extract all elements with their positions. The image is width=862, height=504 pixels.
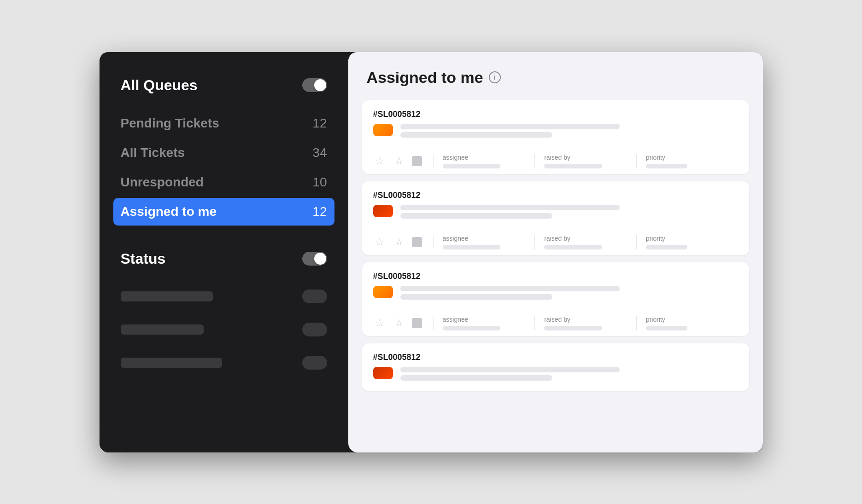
checkbox-icon[interactable] xyxy=(412,156,422,166)
skeleton-line xyxy=(400,213,552,219)
ticket-card[interactable]: #SL0005812 ☆ ☆ xyxy=(362,100,749,174)
assignee-label: assignee xyxy=(443,316,526,323)
ticket-actions: ☆ ☆ xyxy=(373,236,434,249)
all-queues-toggle[interactable] xyxy=(302,78,327,92)
raised-by-label: raised by xyxy=(544,316,627,323)
sidebar-item-assigned[interactable]: Assigned to me 12 xyxy=(113,198,334,226)
skeleton-line xyxy=(400,375,552,381)
tickets-list: #SL0005812 ☆ ☆ xyxy=(348,96,763,452)
meta-assignee: assignee xyxy=(434,235,535,249)
ticket-tag xyxy=(373,367,393,379)
skeleton-line xyxy=(400,286,620,291)
status-toggle-1[interactable] xyxy=(302,290,327,303)
sidebar-nav: Pending Tickets 12 All Tickets 34 Unresp… xyxy=(113,110,334,226)
sidebar: All Queues Pending Tickets 12 All Ticket… xyxy=(100,52,348,452)
skeleton-line xyxy=(400,367,620,372)
status-item-1 xyxy=(113,283,334,310)
ticket-card[interactable]: #SL0005812 ☆ ☆ xyxy=(362,181,749,255)
ticket-card[interactable]: #SL0005812 xyxy=(362,343,749,391)
raised-by-value xyxy=(544,164,602,168)
assignee-value xyxy=(443,164,501,168)
ticket-id: #SL0005812 xyxy=(373,353,738,362)
sidebar-item-unresponded[interactable]: Unresponded 10 xyxy=(113,168,334,196)
sidebar-item-pending[interactable]: Pending Tickets 12 xyxy=(113,110,334,137)
sidebar-item-unresponded-label: Unresponded xyxy=(121,175,204,190)
ticket-tag xyxy=(373,205,393,217)
assignee-label: assignee xyxy=(443,154,526,161)
star-filled-icon[interactable]: ☆ xyxy=(393,155,405,168)
checkbox-icon[interactable] xyxy=(412,318,422,328)
star-empty-icon[interactable]: ☆ xyxy=(373,155,386,168)
status-bar-2 xyxy=(121,324,204,335)
raised-by-value xyxy=(544,326,602,330)
main-content: Assigned to me i #SL0005812 xyxy=(348,52,763,452)
ticket-meta: assignee raised by priority xyxy=(434,154,738,168)
assignee-label: assignee xyxy=(443,235,526,242)
ticket-card[interactable]: #SL0005812 ☆ ☆ xyxy=(362,262,749,336)
star-empty-icon[interactable]: ☆ xyxy=(373,236,386,249)
status-item-2 xyxy=(113,316,334,343)
status-bar-1 xyxy=(121,291,213,301)
sidebar-item-all-label: All Tickets xyxy=(121,145,185,160)
priority-value xyxy=(646,164,687,168)
ticket-id: #SL0005812 xyxy=(373,272,738,281)
star-empty-icon[interactable]: ☆ xyxy=(373,317,386,330)
skeleton-line xyxy=(400,294,552,300)
meta-assignee: assignee xyxy=(434,154,535,168)
sidebar-item-all[interactable]: All Tickets 34 xyxy=(113,139,334,167)
ticket-top: #SL0005812 xyxy=(362,343,749,391)
meta-raised-by: raised by xyxy=(535,154,637,168)
ticket-actions: ☆ ☆ xyxy=(373,317,434,330)
star-filled-icon[interactable]: ☆ xyxy=(393,236,405,249)
status-toggle-3[interactable] xyxy=(302,356,327,370)
raised-by-label: raised by xyxy=(544,235,627,242)
all-queues-label: All Queues xyxy=(121,77,198,94)
raised-by-label: raised by xyxy=(544,154,627,161)
ticket-top: #SL0005812 xyxy=(362,262,749,310)
ticket-tag xyxy=(373,124,393,136)
sidebar-item-assigned-count: 12 xyxy=(312,204,327,219)
ticket-id: #SL0005812 xyxy=(373,110,738,119)
star-filled-icon[interactable]: ☆ xyxy=(393,317,405,330)
app-container: All Queues Pending Tickets 12 All Ticket… xyxy=(100,52,763,452)
status-header: Status xyxy=(113,244,334,274)
skeleton-line xyxy=(400,205,620,210)
ticket-meta: assignee raised by priority xyxy=(434,235,738,249)
all-queues-row: All Queues xyxy=(113,70,334,100)
sidebar-item-pending-label: Pending Tickets xyxy=(121,116,219,131)
main-header: Assigned to me i xyxy=(348,52,763,96)
ticket-bottom: ☆ ☆ assignee raised by xyxy=(362,148,749,174)
meta-assignee: assignee xyxy=(434,316,535,330)
page-title: Assigned to me xyxy=(367,69,483,87)
skeleton-line xyxy=(400,124,620,129)
status-bar-3 xyxy=(121,358,222,368)
status-toggle[interactable] xyxy=(302,252,327,266)
ticket-tag xyxy=(373,286,393,298)
priority-label: priority xyxy=(646,154,729,161)
info-icon[interactable]: i xyxy=(489,71,501,83)
assignee-value xyxy=(443,245,501,249)
sidebar-item-pending-count: 12 xyxy=(312,116,327,131)
checkbox-icon[interactable] xyxy=(412,237,422,247)
ticket-top: #SL0005812 xyxy=(362,100,749,148)
meta-raised-by: raised by xyxy=(535,316,637,330)
status-item-3 xyxy=(113,349,334,376)
priority-label: priority xyxy=(646,235,729,242)
sidebar-item-all-count: 34 xyxy=(312,145,327,160)
status-toggle-2[interactable] xyxy=(302,323,327,336)
status-title: Status xyxy=(121,250,166,267)
meta-raised-by: raised by xyxy=(535,235,637,249)
skeleton-line xyxy=(400,132,552,138)
sidebar-item-assigned-label: Assigned to me xyxy=(121,204,217,219)
ticket-actions: ☆ ☆ xyxy=(373,155,434,168)
sidebar-item-unresponded-count: 10 xyxy=(312,175,327,190)
ticket-bottom: ☆ ☆ assignee raised by xyxy=(362,229,749,255)
meta-priority: priority xyxy=(637,154,738,168)
priority-label: priority xyxy=(646,316,729,323)
ticket-meta: assignee raised by priority xyxy=(434,316,738,330)
ticket-top: #SL0005812 xyxy=(362,181,749,229)
priority-value xyxy=(646,326,687,330)
raised-by-value xyxy=(544,245,602,249)
meta-priority: priority xyxy=(637,316,738,330)
priority-value xyxy=(646,245,687,249)
